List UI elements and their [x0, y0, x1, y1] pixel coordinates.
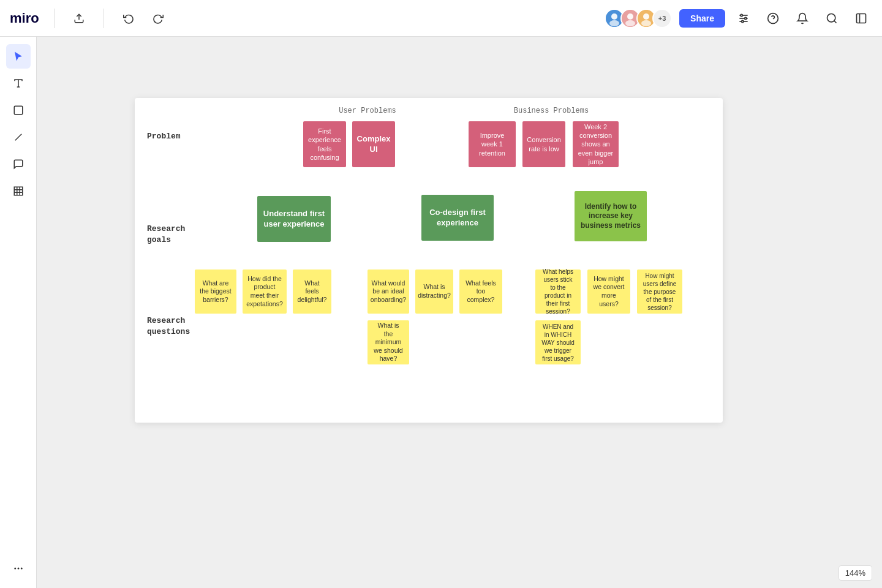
settings-icon-button[interactable]: [733, 7, 755, 29]
note-tool[interactable]: [6, 98, 31, 123]
svg-rect-24: [14, 106, 23, 115]
sticky-week2-conversion[interactable]: Week 2 conversion shows an even bigger j…: [573, 121, 619, 167]
sticky-improve-retention[interactable]: Improve week 1 retention: [469, 121, 516, 167]
svg-rect-26: [14, 187, 23, 195]
toolbar-right: +3 Share: [605, 7, 882, 29]
sticky-product-meet[interactable]: How did the product meet their expetatio…: [243, 270, 287, 314]
cursor-tool[interactable]: [6, 44, 31, 69]
svg-point-8: [643, 13, 649, 20]
redo-button[interactable]: [148, 9, 168, 28]
sticky-complex-ui[interactable]: Complex UI: [352, 121, 395, 167]
svg-point-2: [611, 13, 617, 20]
sticky-too-complex[interactable]: What feels too complex?: [459, 270, 502, 314]
sticky-ideal-onboarding[interactable]: What would be an ideal onboarding?: [368, 270, 409, 314]
svg-point-31: [14, 568, 16, 570]
sticky-define-purpose[interactable]: How might users define the purpose of th…: [637, 270, 682, 314]
svg-point-3: [609, 20, 619, 26]
sticky-minimum-have[interactable]: What is the minimum we should have?: [368, 320, 409, 364]
left-sidebar: [0, 37, 37, 588]
sticky-understand-experience[interactable]: Understand first user experience: [257, 196, 331, 242]
svg-point-15: [742, 20, 744, 22]
logo-area: miro: [0, 9, 178, 28]
sticky-conversion-rate[interactable]: Conversion rate is low: [522, 121, 565, 167]
notifications-button[interactable]: [791, 7, 813, 29]
sticky-first-experience[interactable]: First experience feels confusing: [303, 121, 346, 167]
zoom-level: 144%: [839, 565, 872, 581]
more-tools[interactable]: [6, 556, 31, 581]
svg-point-6: [625, 20, 635, 26]
sticky-trigger-usage[interactable]: WHEN and in WHICH WAY should we trigger …: [535, 320, 581, 364]
canvas[interactable]: User Problems Business Problems Problem …: [37, 37, 882, 588]
top-toolbar: miro +3 Share: [0, 0, 882, 37]
sticky-biggest-barriers[interactable]: What are the biggest barriers?: [195, 270, 236, 314]
svg-line-25: [15, 134, 21, 141]
sticky-codesign-experience[interactable]: Co-design first experience: [421, 195, 494, 241]
problem-label: Problem: [147, 132, 181, 141]
avatar-group: +3: [605, 9, 672, 28]
research-goals-label: Research goals: [147, 224, 185, 246]
svg-point-13: [741, 14, 742, 16]
research-questions-label: Research questions: [147, 315, 190, 337]
panel-button[interactable]: [850, 7, 872, 29]
undo-button[interactable]: [119, 9, 138, 28]
sticky-convert-users[interactable]: How might we convert more users?: [587, 270, 630, 314]
avatar-more[interactable]: +3: [652, 9, 672, 28]
svg-line-19: [834, 20, 837, 23]
divider-1: [54, 9, 55, 28]
comment-tool[interactable]: [6, 152, 31, 176]
text-tool[interactable]: [6, 71, 31, 96]
svg-point-14: [745, 17, 747, 19]
user-problems-header: User Problems: [306, 107, 429, 115]
divider-2: [104, 9, 104, 28]
business-problems-header: Business Problems: [484, 107, 619, 115]
frame-tool[interactable]: [6, 179, 31, 203]
sticky-increase-metrics[interactable]: Identify how to increase key business me…: [575, 191, 647, 241]
svg-rect-20: [857, 13, 866, 23]
svg-point-33: [20, 568, 22, 570]
search-button[interactable]: [821, 7, 843, 29]
sticky-users-stick[interactable]: What helps users stick to the product in…: [535, 270, 581, 314]
svg-point-5: [627, 13, 633, 20]
svg-point-32: [17, 568, 19, 570]
help-button[interactable]: [762, 7, 784, 29]
sticky-feels-delightful[interactable]: What feels delightful?: [293, 270, 331, 314]
upload-button[interactable]: [69, 9, 89, 28]
line-tool[interactable]: [6, 125, 31, 149]
share-button[interactable]: Share: [679, 9, 725, 28]
svg-point-9: [641, 20, 651, 26]
svg-point-18: [827, 13, 835, 21]
whiteboard: User Problems Business Problems Problem …: [135, 98, 723, 423]
sticky-distracting[interactable]: What is distracting?: [415, 270, 453, 314]
app-logo[interactable]: miro: [10, 10, 39, 26]
